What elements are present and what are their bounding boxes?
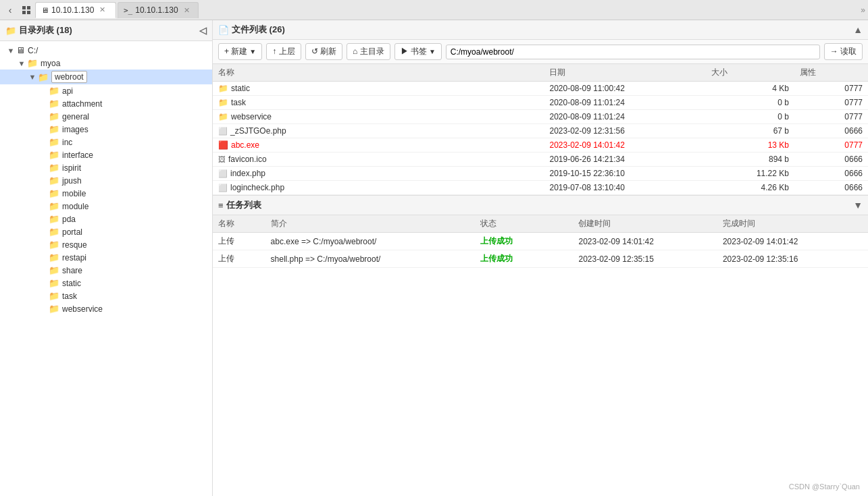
tree-item-attachment[interactable]: 📁 attachment — [0, 97, 212, 110]
tree-item-static[interactable]: 📁 static — [0, 277, 212, 290]
tree-label-restapi: restapi — [62, 253, 86, 263]
tree-item-api[interactable]: 📁 api — [0, 84, 212, 97]
tree-item-myoa[interactable]: ▼ 📁 myoa — [0, 57, 212, 70]
tab-2[interactable]: >_ 10.10.1.130 ✕ — [118, 2, 199, 18]
table-row[interactable]: 📁static 2020-08-09 11:00:42 4 Kb 0777 — [213, 82, 868, 96]
tree-label-attachment: attachment — [62, 99, 102, 109]
task-list-title: 任务列表 — [226, 199, 261, 211]
table-row[interactable]: ⬜index.php 2019-10-15 22:36:10 11.22 Kb … — [213, 167, 868, 181]
task-row[interactable]: 上传 shell.php => C:/myoa/webroot/ 上传成功 20… — [213, 250, 868, 268]
tree-item-jpush[interactable]: 📁 jpush — [0, 174, 212, 187]
tree-label-root: C:/ — [28, 46, 38, 55]
tree-item-task[interactable]: 📁 task — [0, 290, 212, 302]
dir-list-label: 目录列表 (18) — [19, 24, 72, 36]
home-btn[interactable]: ⌂ 主目录 — [347, 43, 390, 60]
table-row[interactable]: 📁webservice 2020-08-09 11:01:24 0 b 0777 — [213, 110, 868, 124]
task-col-name: 名称 — [213, 215, 265, 233]
up-btn[interactable]: ↑ 上层 — [266, 43, 301, 60]
tab-expand-btn[interactable]: » — [861, 5, 865, 15]
refresh-btn-label: ↺ 刷新 — [311, 46, 336, 57]
tree-item-share[interactable]: 📁 share — [0, 264, 212, 277]
table-row[interactable]: 📁task 2020-08-09 11:01:24 0 b 0777 — [213, 96, 868, 110]
tree-label-static: static — [62, 279, 81, 288]
folder-icon-webroot: 📁 — [38, 72, 49, 82]
file-attr-cell: 0777 — [794, 82, 868, 96]
tree-item-images[interactable]: 📁 images — [0, 123, 212, 136]
file-attr-cell: 0777 — [794, 138, 868, 153]
folder-icon-inc: 📁 — [49, 137, 59, 147]
tree-toggle-root[interactable]: ▼ — [5, 47, 16, 55]
left-panel-collapse-btn[interactable]: ◁ — [199, 25, 207, 36]
tree-item-restapi[interactable]: 📁 restapi — [0, 251, 212, 264]
folder-icon: 📁 — [218, 98, 228, 107]
tab-prev-btn[interactable]: ‹ — [3, 3, 18, 18]
read-btn-label: → 读取 — [830, 46, 857, 57]
table-row[interactable]: 🟥abc.exe 2023-02-09 14:01:42 13 Kb 0777 — [213, 138, 868, 153]
refresh-btn[interactable]: ↺ 刷新 — [305, 43, 342, 60]
php-icon: ⬜ — [218, 127, 228, 135]
tree-item-webroot[interactable]: ▼ 📁 webroot — [0, 70, 212, 84]
bookmark-btn[interactable]: ▶ 书签 ▼ — [394, 43, 442, 60]
file-attr-cell: 0666 — [794, 153, 868, 167]
file-size-cell: 4 Kb — [706, 82, 794, 96]
task-finished-cell: 2023-02-09 14:01:42 — [717, 233, 868, 250]
file-section-collapse-btn[interactable]: ▲ — [853, 24, 863, 35]
file-list-title-wrap: 📄 文件列表 (26) — [218, 24, 285, 36]
folder-icon-pda: 📁 — [49, 214, 59, 224]
folder-icon-general: 📁 — [49, 111, 59, 121]
tree-item-general[interactable]: 📁 general — [0, 110, 212, 123]
tree-label-interface: interface — [62, 150, 93, 160]
tree-label-ispirit: ispirit — [62, 163, 81, 173]
task-desc-cell: shell.php => C:/myoa/webroot/ — [265, 250, 475, 268]
tab-grid-btn[interactable] — [19, 3, 34, 18]
tree-toggle-myoa[interactable]: ▼ — [16, 59, 27, 67]
table-row[interactable]: 🖼favicon.ico 2019-06-26 14:21:34 894 b 0… — [213, 153, 868, 167]
file-size-cell: 0 b — [706, 96, 794, 110]
tree-toggle-webroot[interactable]: ▼ — [27, 73, 38, 81]
task-section: ≡ 任务列表 ▼ 名称 简介 状态 创建时间 完成时间 — [213, 195, 868, 496]
task-finished-cell: 2023-02-09 12:35:16 — [717, 250, 868, 268]
tree-item-mobile[interactable]: 📁 mobile — [0, 187, 212, 200]
bookmark-btn-arrow: ▼ — [429, 48, 436, 55]
task-section-collapse-btn[interactable]: ▼ — [853, 200, 863, 211]
folder-icon: 📁 — [218, 112, 228, 121]
folder-icon-ispirit: 📁 — [49, 163, 59, 173]
folder-icon-root: 🖥 — [16, 45, 25, 55]
new-btn[interactable]: + 新建 ▼ — [218, 43, 262, 60]
path-input[interactable] — [446, 45, 820, 59]
tree-item-root[interactable]: ▼ 🖥 C:/ — [0, 44, 212, 57]
tab-2-icon: >_ — [124, 6, 132, 15]
task-row[interactable]: 上传 abc.exe => C:/myoa/webroot/ 上传成功 2023… — [213, 233, 868, 250]
bookmark-btn-label: ▶ 书签 — [401, 46, 427, 57]
table-row[interactable]: ⬜_zSJTGOe.php 2023-02-09 12:31:56 67 b 0… — [213, 124, 868, 138]
tree-item-resque[interactable]: 📁 resque — [0, 238, 212, 251]
file-table-container[interactable]: 名称 日期 大小 属性 📁static 2020-08-09 11:00:42 … — [213, 64, 868, 195]
tree-item-interface[interactable]: 📁 interface — [0, 148, 212, 161]
task-col-desc: 简介 — [265, 215, 475, 233]
file-size-cell: 13 Kb — [706, 138, 794, 153]
tree-label-images: images — [62, 125, 88, 134]
task-table-body: 上传 abc.exe => C:/myoa/webroot/ 上传成功 2023… — [213, 233, 868, 268]
task-desc-cell: abc.exe => C:/myoa/webroot/ — [265, 233, 475, 250]
tab-1-close[interactable]: ✕ — [99, 5, 105, 14]
tree-item-pda[interactable]: 📁 pda — [0, 213, 212, 225]
read-btn[interactable]: → 读取 — [824, 43, 863, 60]
folder-icon-restapi: 📁 — [49, 252, 59, 263]
new-btn-arrow: ▼ — [249, 48, 256, 55]
up-btn-label: ↑ 上层 — [272, 46, 295, 57]
file-section-header: 📄 文件列表 (26) ▲ — [213, 20, 868, 40]
table-row[interactable]: ⬜logincheck.php 2019-07-08 13:10:40 4.26… — [213, 181, 868, 195]
tab-2-close[interactable]: ✕ — [184, 6, 190, 15]
tree-item-webservice[interactable]: 📁 webservice — [0, 302, 212, 315]
tree-item-inc[interactable]: 📁 inc — [0, 136, 212, 148]
tree-item-ispirit[interactable]: 📁 ispirit — [0, 161, 212, 174]
php-icon: ⬜ — [218, 184, 228, 192]
tree-children: 📁 api 📁 attachment 📁 general 📁 images 📁 … — [0, 84, 212, 315]
col-size: 大小 — [706, 64, 794, 82]
file-name-cell: ⬜logincheck.php — [213, 181, 544, 195]
tree-item-module[interactable]: 📁 module — [0, 200, 212, 213]
folder-icon-myoa: 📁 — [27, 58, 38, 68]
tree-item-portal[interactable]: 📁 portal — [0, 225, 212, 238]
file-name-cell: 📁webservice — [213, 110, 544, 124]
tab-1[interactable]: 🖥 10.10.1.130 ✕ — [35, 2, 116, 18]
